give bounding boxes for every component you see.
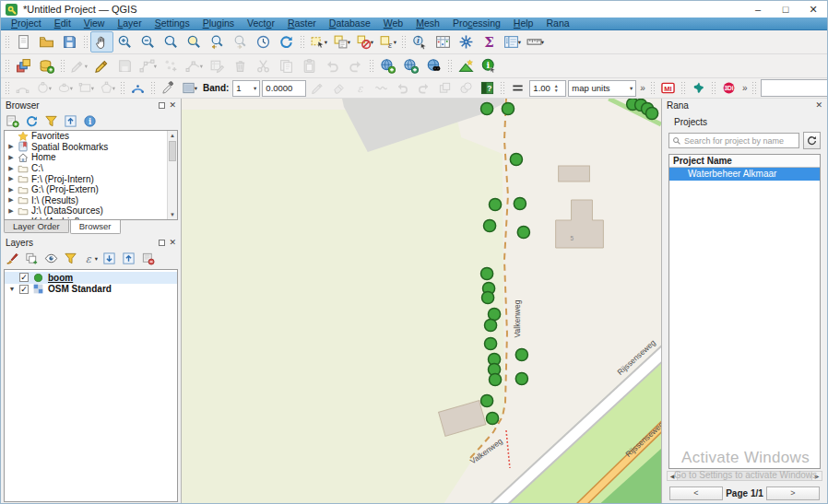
close-panel-button[interactable]: ✕ <box>815 101 822 110</box>
refresh-map-button[interactable] <box>275 31 298 53</box>
properties-button[interactable]: i <box>81 113 99 130</box>
dropdown-arrow-icon[interactable]: ▾ <box>348 39 350 46</box>
remove-layer-button[interactable] <box>139 251 157 267</box>
save-project-button[interactable] <box>58 31 81 53</box>
data-source-manager-button[interactable] <box>12 55 35 76</box>
scroll-down-icon[interactable]: ▼ <box>168 210 177 219</box>
select-by-expression-button[interactable]: ε▾ <box>376 31 399 53</box>
layer-row-boom[interactable]: ✓boom <box>5 272 177 284</box>
expander-icon[interactable]: ▶ <box>7 196 15 204</box>
filter-legend-button[interactable] <box>62 251 79 267</box>
dropdown-arrow-icon[interactable]: ▾ <box>49 85 52 92</box>
dropdown-arrow-icon[interactable]: ▾ <box>200 63 203 70</box>
statistical-summary-button[interactable]: Σ <box>478 31 501 53</box>
dem-shading-button[interactable] <box>455 55 478 76</box>
toggle-editing-button[interactable] <box>90 55 113 76</box>
menu-item-help[interactable]: Help <box>507 18 540 29</box>
menu-item-project[interactable]: Project <box>5 18 48 29</box>
browser-item-home[interactable]: ▶Home <box>5 152 177 163</box>
menu-item-processing[interactable]: Processing <box>446 18 507 29</box>
band-value-input[interactable]: 0.0000 <box>262 80 306 97</box>
add-selected-layer-button[interactable] <box>4 113 21 130</box>
arc-tool-button[interactable] <box>127 79 148 98</box>
layer-visibility-checkbox[interactable]: ✓ <box>19 273 29 282</box>
filter-expression-button[interactable]: ε▾ <box>81 251 99 267</box>
next-page-button[interactable]: > <box>766 486 820 500</box>
menu-item-vector[interactable]: Vector <box>241 18 281 29</box>
browser-item-k-archief-[interactable]: ▶K:\ (Archief) <box>5 217 177 220</box>
close-panel-button[interactable]: ✕ <box>169 239 176 247</box>
dropdown-arrow-icon[interactable]: ▾ <box>325 39 327 46</box>
feature-info-button[interactable]: i <box>478 55 501 76</box>
dropdown-arrow-icon[interactable]: ▾ <box>91 85 94 92</box>
dropdown-arrow-icon[interactable]: ▾ <box>541 39 544 46</box>
menu-item-edit[interactable]: Edit <box>48 18 77 29</box>
refresh-projects-button[interactable] <box>803 132 821 149</box>
float-panel-button[interactable] <box>159 102 165 109</box>
toolbar-overflow-chevron[interactable]: » <box>640 83 645 93</box>
browser-item-spatial-bookmarks[interactable]: ▶Spatial Bookmarks <box>5 142 177 153</box>
color-swatch-button[interactable]: ▾ <box>179 79 200 98</box>
dropdown-arrow-icon[interactable]: ▾ <box>85 63 88 70</box>
add-wcs-layer-button[interactable] <box>399 55 422 76</box>
float-panel-button[interactable] <box>159 240 165 246</box>
menu-item-rana[interactable]: Rana <box>539 18 575 29</box>
expander-icon[interactable]: ▶ <box>7 154 15 161</box>
select-features-button[interactable]: ▾ <box>307 31 330 53</box>
tab-browser[interactable]: Browser <box>70 220 121 234</box>
prev-page-button[interactable]: < <box>669 486 723 500</box>
layer-styling-button[interactable] <box>4 251 21 267</box>
dropdown-arrow-icon[interactable]: ▾ <box>518 39 521 46</box>
refresh-browser-button[interactable] <box>23 113 41 130</box>
new-project-button[interactable] <box>12 31 35 53</box>
layout-manager-button[interactable]: ▾ <box>501 31 524 53</box>
new-geopackage-layer-button[interactable] <box>35 55 58 76</box>
menu-item-raster[interactable]: Raster <box>281 18 323 29</box>
dropdown-arrow-icon[interactable]: ▾ <box>154 63 157 70</box>
menu-item-layer[interactable]: Layer <box>111 18 148 29</box>
menu-item-settings[interactable]: Settings <box>148 18 196 29</box>
zoom-out-button[interactable] <box>136 31 160 53</box>
stroke-width-button[interactable] <box>507 79 528 98</box>
collapse-all-button[interactable] <box>62 113 79 130</box>
map-themes-button[interactable] <box>42 251 60 267</box>
map-canvas[interactable]: 5ValkenwegValkenwegRijssensewegRijssense… <box>182 99 661 504</box>
browser-item-i-results-[interactable]: ▶I:\ (Results) <box>5 195 177 206</box>
dropdown-arrow-icon[interactable]: ▾ <box>70 85 73 92</box>
measure-button[interactable]: ▾ <box>524 31 547 53</box>
collapse-all-layers-button[interactable] <box>120 251 137 267</box>
dropdown-arrow-icon[interactable]: ▾ <box>394 39 396 46</box>
close-panel-button[interactable]: ✕ <box>169 101 176 110</box>
feature-filter-combo[interactable]: ▾ <box>761 79 828 97</box>
zoom-to-selection-button[interactable] <box>183 31 206 53</box>
menu-item-mesh[interactable]: Mesh <box>409 18 446 29</box>
band-select[interactable]: 1▾ <box>232 80 260 97</box>
browser-item-c-[interactable]: ▶C:\ <box>5 163 177 174</box>
filter-browser-button[interactable] <box>42 113 60 130</box>
menu-item-web[interactable]: Web <box>377 18 409 29</box>
expander-icon[interactable]: ▶ <box>7 175 15 182</box>
toolbar-overflow-chevron[interactable]: » <box>742 83 748 93</box>
tab-layer-order[interactable]: Layer Order <box>4 220 69 233</box>
mapinfo-plugin-button[interactable]: MI <box>657 79 679 98</box>
deselect-features-button[interactable]: ▾ <box>353 31 376 53</box>
browser-item-g-proj-extern-[interactable]: ▶G:\ (Proj-Extern) <box>5 184 177 195</box>
menu-item-view[interactable]: View <box>77 18 112 29</box>
layer-row-osm-standard[interactable]: ▼✓OSM Standard <box>5 284 177 296</box>
close-button[interactable]: ✕ <box>799 1 827 18</box>
temporal-controller-button[interactable] <box>252 31 275 53</box>
dropdown-arrow-icon[interactable]: ▾ <box>195 85 197 92</box>
units-select[interactable]: map units▾ <box>568 80 636 97</box>
color-picker-button[interactable] <box>158 79 179 98</box>
identify-features-button[interactable]: i <box>408 31 432 53</box>
dropdown-arrow-icon[interactable]: ▾ <box>112 85 115 92</box>
browser-item-f-proj-intern-[interactable]: ▶F:\ (Proj-Intern) <box>5 173 177 184</box>
browser-item-favorites[interactable]: Favorites <box>5 131 177 142</box>
project-row[interactable]: Waterbeheer Alkmaar <box>669 168 820 181</box>
browser-item-j-datasources-[interactable]: ▶J:\ (DataSources) <box>5 205 177 217</box>
expander-icon[interactable]: ▶ <box>7 218 15 220</box>
width-spinner[interactable]: 1.00▲▼ <box>529 80 566 97</box>
layer-visibility-checkbox[interactable]: ✓ <box>19 285 29 294</box>
zoom-last-button[interactable] <box>206 31 229 53</box>
rana-plugin-button[interactable] <box>688 79 709 98</box>
